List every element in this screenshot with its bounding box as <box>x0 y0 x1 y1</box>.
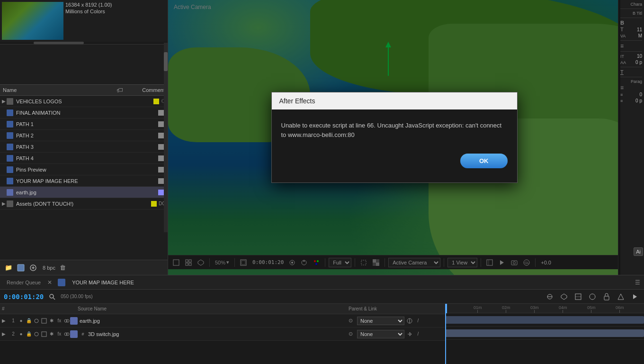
frame-blend-button[interactable] <box>573 291 583 302</box>
item-label: Pins Preview <box>16 167 158 173</box>
list-item[interactable]: ▶ earth.jpg <box>0 187 168 198</box>
project-list-header: Name 🏷 Comment <box>0 84 168 96</box>
current-timecode[interactable]: 0:00:01:20 <box>4 293 44 300</box>
layer-number: 1 <box>9 318 18 323</box>
paragraph-align-row: ≡ <box>620 84 642 91</box>
solo-switch[interactable]: ● <box>18 318 24 324</box>
list-item[interactable]: ▶ PATH 4 <box>0 153 168 164</box>
svg-marker-40 <box>618 294 624 300</box>
solo-switch[interactable]: ● <box>18 331 24 337</box>
bold-icon: B <box>620 20 624 26</box>
list-item[interactable]: ▶ PATH 3 <box>0 141 168 153</box>
solo-button[interactable] <box>587 291 598 302</box>
list-item[interactable]: ▶ PATH 1 <box>0 118 168 130</box>
timeline-header: Render Queue ✕ YOUR MAP IMAGE HERE ☰ <box>0 275 644 290</box>
list-item[interactable]: ▶ Assets (DON'T TOUCH!) DO <box>0 198 168 209</box>
svg-line-32 <box>53 298 55 300</box>
list-item[interactable]: ▶ FINAL ANIMATION <box>0 107 168 118</box>
3d-switch-icon: # <box>80 331 86 337</box>
folder-icon <box>7 98 13 105</box>
blend-switch[interactable] <box>64 331 70 337</box>
scrollbar[interactable] <box>164 43 168 232</box>
draft3d-button[interactable] <box>559 291 569 302</box>
panel-divider <box>620 77 642 77</box>
color-box <box>158 121 164 127</box>
motion-blur-button[interactable] <box>545 291 555 302</box>
list-item[interactable]: ▶ VEHICLES LOGOS ⚇ <box>0 96 168 107</box>
scroll-thumb[interactable] <box>164 52 168 71</box>
quality-switch[interactable]: ✱ <box>49 331 55 337</box>
track-bar[interactable] <box>445 316 644 324</box>
paragraph-spacing-row: ≡ 0 <box>620 92 642 97</box>
layer-row[interactable]: ▶ 2 ● 🔒 ✱ fx <box>0 328 445 341</box>
list-item[interactable]: ▶ YOUR MAP IMAGE HERE <box>0 175 168 187</box>
svg-rect-43 <box>42 318 46 323</box>
timeline-menu-button[interactable]: ☰ <box>635 279 640 286</box>
shy-switch[interactable] <box>33 331 39 337</box>
ruler-mark: 04m <box>559 305 567 313</box>
collapse-switch[interactable] <box>41 318 47 324</box>
delete-button[interactable]: 🗑 <box>58 263 68 273</box>
folder-icon <box>7 200 13 207</box>
search-button[interactable] <box>47 292 57 301</box>
project-items-list: ▶ VEHICLES LOGOS ⚇ ▶ FINAL ANIMATION ▶ P… <box>0 96 168 209</box>
svg-marker-35 <box>561 294 567 300</box>
lock-switch[interactable]: 🔒 <box>26 318 32 324</box>
list-item[interactable]: ▶ Pins Preview <box>0 164 168 175</box>
parent-expression[interactable]: / <box>415 331 421 337</box>
layer-parent-area: ⊙ None / <box>349 330 443 338</box>
project-panel-toolbar: 📁 8 bpc 🗑 <box>0 260 168 275</box>
new-folder-button[interactable]: 📁 <box>4 263 13 273</box>
layer-row[interactable]: ▶ 1 ● 🔒 ✱ fx <box>0 314 445 328</box>
go-to-marker-button[interactable] <box>630 291 640 302</box>
comp-icon <box>7 121 13 127</box>
new-comp-button[interactable] <box>16 263 26 273</box>
comment-column-header: Comment <box>127 87 165 93</box>
layer-expand[interactable]: ▶ <box>2 318 9 323</box>
render-queue-close[interactable]: ✕ <box>47 279 52 286</box>
source-name-header: Source Name <box>78 306 349 311</box>
effect-switch[interactable]: fx <box>56 318 63 324</box>
effect-switch[interactable]: fx <box>56 331 63 337</box>
parent-pick-whip[interactable] <box>406 331 413 337</box>
bpc-label: 8 bpc <box>43 265 55 271</box>
blend-switch[interactable] <box>64 318 70 324</box>
parent-select[interactable]: None <box>357 317 404 325</box>
layer-parent-area: ⊙ None / <box>349 317 443 325</box>
add-marker-button[interactable] <box>616 291 626 302</box>
render-queue-tab[interactable]: Render Queue <box>4 279 44 286</box>
new-item-button[interactable] <box>28 263 38 273</box>
playhead-line <box>445 304 446 364</box>
character-panel: Chara B Titl B T 11 VA M ≡ IT 10 AA 0 p … <box>618 0 644 275</box>
list-item[interactable]: ▶ PATH 2 <box>0 130 168 141</box>
indent-value: 0 <box>639 92 642 97</box>
panel-divider <box>620 40 642 41</box>
panel-divider <box>620 18 642 18</box>
layer-expand[interactable]: ▶ <box>2 331 9 337</box>
lock-button[interactable] <box>601 291 612 302</box>
align-icon: ≡ <box>620 43 624 49</box>
quality-switch[interactable]: ✱ <box>49 318 55 324</box>
color-box <box>158 167 164 173</box>
ok-button[interactable]: OK <box>460 154 508 168</box>
parent-select[interactable]: None <box>357 330 404 338</box>
comp-icon <box>7 109 13 116</box>
layer-list-header: # Source Name Parent & Link <box>0 304 445 314</box>
lock-switch[interactable]: 🔒 <box>26 331 32 337</box>
dialog-title: After Effects <box>272 92 517 109</box>
collapse-switch[interactable] <box>41 331 47 337</box>
t-style-row: T <box>620 69 642 75</box>
track-bar[interactable] <box>445 329 644 337</box>
item-label: PATH 2 <box>16 133 158 138</box>
layer-switches: ● 🔒 ✱ fx <box>18 318 70 324</box>
comp-icon <box>58 279 65 286</box>
color-box <box>158 110 164 116</box>
parent-pick-whip[interactable] <box>406 318 413 324</box>
italic-row: IT 10 <box>620 54 642 59</box>
dialog-overlay: After Effects Unable to execute script a… <box>168 0 620 275</box>
parent-expression[interactable]: / <box>415 318 421 324</box>
shy-switch[interactable] <box>33 318 39 324</box>
layer-list: # Source Name Parent & Link ▶ 1 ● 🔒 <box>0 304 445 364</box>
item-label: earth.jpg <box>16 190 158 195</box>
item-label: YOUR MAP IMAGE HERE <box>16 178 158 184</box>
